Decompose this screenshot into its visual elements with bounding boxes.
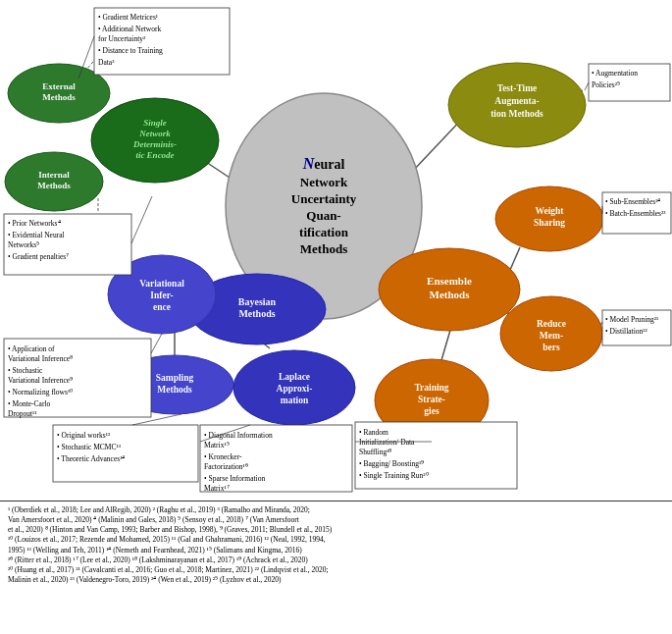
svg-text:• Model Pruning²¹: • Model Pruning²¹: [605, 315, 658, 324]
svg-text:Factorization¹⁶: Factorization¹⁶: [204, 462, 248, 471]
svg-text:Sharing: Sharing: [534, 218, 565, 228]
svg-text:• Stochastic MCMC¹³: • Stochastic MCMC¹³: [57, 443, 122, 451]
svg-text:• Distance to Training: • Distance to Training: [98, 46, 163, 55]
svg-text:• Stochastic: • Stochastic: [8, 366, 43, 375]
svg-text:Strate-: Strate-: [418, 395, 445, 404]
svg-line-83: [585, 82, 589, 90]
svg-text:Methods: Methods: [157, 385, 192, 395]
svg-text:Weight: Weight: [535, 206, 564, 216]
svg-text:Variational: Variational: [139, 279, 184, 289]
svg-text:Quan-: Quan-: [306, 208, 340, 223]
svg-text:tification: tification: [299, 225, 349, 239]
svg-text:Sampling: Sampling: [156, 373, 194, 383]
svg-text:tion Methods: tion Methods: [491, 109, 543, 119]
svg-text:Augmenta-: Augmenta-: [494, 96, 539, 106]
svg-text:External: External: [42, 81, 76, 91]
svg-line-9: [510, 247, 520, 270]
svg-text:ence: ence: [153, 302, 171, 312]
svg-text:Methods: Methods: [37, 181, 71, 190]
svg-line-11: [441, 327, 451, 360]
svg-text:Methods: Methods: [430, 289, 471, 300]
svg-text:Networks⁵: Networks⁵: [8, 240, 39, 249]
svg-text:Approxi-: Approxi-: [277, 384, 313, 394]
ref-line-8: Malinin et al., 2020) ²³ (Valdenegro-Tor…: [8, 575, 282, 584]
ref-line-3: et al., 2020) ⁸ (Hinton and Van Camp, 19…: [8, 525, 332, 534]
svg-text:• Sparse Information: • Sparse Information: [204, 474, 265, 483]
svg-line-92: [151, 334, 162, 353]
svg-text:Policies²⁵: Policies²⁵: [592, 80, 620, 89]
svg-text:Determinis-: Determinis-: [132, 139, 177, 149]
svg-text:• Batch-Ensembles²³: • Batch-Ensembles²³: [605, 209, 666, 218]
svg-text:• Original works¹²: • Original works¹²: [57, 431, 111, 440]
ref-line-2: Van Amersfoort et al., 2020) ⁴ (Malinin …: [8, 515, 299, 524]
references-area: ¹ (Oberdiek et al., 2018; Lee and AlRegi…: [0, 501, 672, 634]
svg-text:Laplace: Laplace: [279, 372, 310, 382]
svg-text:Matrix¹⁵: Matrix¹⁵: [204, 441, 230, 449]
svg-text:Ensemble: Ensemble: [427, 275, 472, 287]
svg-text:Test-Time: Test-Time: [497, 83, 538, 93]
svg-text:Network: Network: [300, 175, 348, 189]
svg-text:for Uncertainty²: for Uncertainty²: [98, 34, 146, 43]
svg-text:Infer-: Infer-: [150, 291, 173, 300]
ref-line-1: ¹ (Oberdiek et al., 2018; Lee and AlRegi…: [8, 505, 310, 514]
svg-text:Variational Inference⁸: Variational Inference⁸: [8, 354, 73, 363]
svg-text:Reduce: Reduce: [537, 319, 566, 329]
svg-text:Training: Training: [414, 383, 448, 393]
svg-text:• Additional Network: • Additional Network: [98, 25, 162, 33]
svg-text:• Evidential Neural: • Evidential Neural: [8, 231, 65, 239]
ref-line-7: ²⁰ (Huang et al., 2017) ²¹ (Cavalcanti e…: [8, 565, 328, 574]
svg-text:Methods: Methods: [300, 241, 347, 256]
svg-text:Mem-: Mem-: [540, 331, 563, 341]
svg-text:• Prior Networks⁴: • Prior Networks⁴: [8, 219, 61, 228]
svg-text:gies: gies: [424, 406, 439, 416]
references-text: ¹ (Oberdiek et al., 2018; Lee and AlRegi…: [8, 505, 664, 585]
diagram-svg: Neural Network Uncertainty Quan- tificat…: [0, 0, 672, 501]
svg-text:• Distillation²²: • Distillation²²: [605, 327, 647, 336]
svg-text:Network: Network: [138, 129, 171, 138]
svg-text:Matrix¹⁷: Matrix¹⁷: [204, 484, 230, 493]
svg-text:bers: bers: [543, 343, 560, 352]
svg-text:• Normalizing flows¹⁰: • Normalizing flows¹⁰: [8, 388, 73, 396]
svg-text:Data³: Data³: [98, 58, 115, 67]
svg-text:Internal: Internal: [38, 170, 70, 180]
ref-line-4: ¹⁰ (Louizos et al., 2017; Rezende and Mo…: [8, 535, 326, 544]
svg-text:• Single Training Run²⁰: • Single Training Run²⁰: [359, 471, 429, 480]
svg-text:• Theoretic Advances¹⁴: • Theoretic Advances¹⁴: [57, 454, 125, 463]
svg-line-79: [131, 196, 152, 243]
svg-text:Neural: Neural: [302, 155, 345, 172]
svg-text:Initialization/ Data: Initialization/ Data: [359, 438, 415, 447]
svg-text:mation: mation: [281, 396, 309, 405]
svg-text:• Random: • Random: [359, 428, 388, 437]
svg-text:• Monte-Carlo: • Monte-Carlo: [8, 399, 50, 408]
svg-text:Shuffling¹⁸: Shuffling¹⁸: [359, 448, 391, 456]
svg-text:• Gradient Metrices¹: • Gradient Metrices¹: [98, 13, 158, 22]
svg-text:Variational Inference⁹: Variational Inference⁹: [8, 376, 73, 385]
ref-line-5: 1995) ¹³ (Welling and Teh, 2011) ¹⁴ (Nem…: [8, 546, 302, 555]
svg-text:Methods: Methods: [238, 308, 275, 319]
svg-text:• Diagonal Information: • Diagonal Information: [204, 431, 273, 440]
svg-text:Bayesian: Bayesian: [238, 296, 277, 307]
svg-text:• Kronecker-: • Kronecker-: [204, 452, 242, 461]
diagram-area: Neural Network Uncertainty Quan- tificat…: [0, 0, 672, 501]
svg-line-3: [412, 118, 463, 172]
svg-text:Single: Single: [143, 118, 167, 128]
svg-text:• Gradient penalties⁷: • Gradient penalties⁷: [8, 252, 69, 261]
svg-text:Uncertainty: Uncertainty: [291, 191, 357, 206]
svg-text:• Sub-Ensembles²⁴: • Sub-Ensembles²⁴: [605, 197, 660, 206]
svg-text:Methods: Methods: [42, 92, 76, 102]
svg-text:Dropout¹¹: Dropout¹¹: [8, 409, 37, 418]
svg-text:• Augmentation: • Augmentation: [592, 69, 638, 78]
svg-text:• Bagging/ Boosting¹⁹: • Bagging/ Boosting¹⁹: [359, 459, 424, 468]
svg-text:• Application of: • Application of: [8, 344, 55, 353]
svg-text:tic Encode: tic Encode: [135, 150, 174, 160]
ref-line-6: ¹⁶ (Ritter et al., 2018) ¹⁷ (Lee et al.,…: [8, 555, 308, 564]
